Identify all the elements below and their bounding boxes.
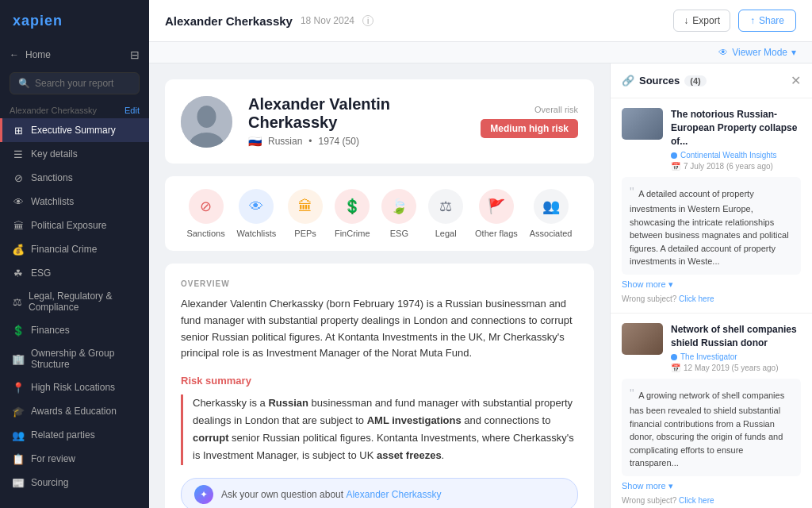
risk-icon-legal[interactable]: ⚖ Legal <box>428 189 463 238</box>
home-link[interactable]: ← Home ⊟ <box>0 42 149 67</box>
overall-risk-label: Overall risk <box>534 105 578 114</box>
source-thumbnail <box>622 108 663 140</box>
viewer-mode-label: Viewer Mode <box>732 47 787 58</box>
click-here-link[interactable]: Click here <box>679 496 714 505</box>
risk-icon-watchlists[interactable]: 👁 Watchlists <box>237 189 277 238</box>
sidebar-item-watchlists[interactable]: 👁 Watchlists <box>0 190 149 214</box>
risk-icons-row: ⊘ Sanctions 👁 Watchlists 🏛 PEPs 💲 FinCri… <box>181 189 578 238</box>
ai-icon: ✦ <box>194 485 213 504</box>
search-box[interactable]: 🔍 <box>10 72 140 94</box>
sources-title: 🔗 Sources (4) <box>622 75 707 87</box>
sidebar-item-ownership-group[interactable]: 🏢 Ownership & Group Structure <box>0 342 149 375</box>
sidebar-item-related-parties[interactable]: 👥 Related parties <box>0 423 149 447</box>
sidebar-item-finances[interactable]: 💲 Finances <box>0 318 149 342</box>
nationality: Russian <box>268 136 302 147</box>
sidebar-item-label: For review <box>31 453 75 464</box>
source-meta: The notorious Russian-European Property … <box>671 108 801 171</box>
sidebar-item-for-review[interactable]: 📋 For review <box>0 447 149 471</box>
risk-icon-associated[interactable]: 👥 Associated <box>530 189 573 238</box>
date-text: 7 July 2018 (6 years ago) <box>684 162 773 171</box>
provider-dot <box>671 354 677 360</box>
sidebar-item-label: Sourcing <box>31 477 68 488</box>
peps-icon-label: PEPs <box>294 229 316 238</box>
sidebar-item-key-details[interactable]: ☰ Key details <box>0 142 149 166</box>
nationality-flag-icon: 🇷🇺 <box>248 135 262 148</box>
chevron-down-icon: ▾ <box>668 481 673 491</box>
associated-icon-label: Associated <box>530 229 573 238</box>
sources-icon: 🔗 <box>622 75 634 87</box>
source-card: The notorious Russian-European Property … <box>622 108 801 171</box>
profile-card: Alexander Valentin Cherkassky 🇷🇺 Russian… <box>165 79 594 164</box>
ask-subject-link[interactable]: Alexander Cherkassky <box>346 489 441 500</box>
export-button[interactable]: ↓ Export <box>673 10 730 32</box>
legal-icon-label: Legal <box>435 229 457 238</box>
sidebar-item-financial-crime[interactable]: 💰 Financial Crime <box>0 237 149 261</box>
risk-icon-other-flags[interactable]: 🚩 Other flags <box>475 189 518 238</box>
click-here-link[interactable]: Click here <box>679 294 714 303</box>
award-icon: 🎓 <box>12 405 25 418</box>
sources-close-button[interactable]: ✕ <box>791 73 801 88</box>
sidebar-item-executive-summary[interactable]: ⊞ Executive Summary <box>0 118 149 142</box>
source-provider: Continental Wealth Insights <box>671 151 801 160</box>
wrong-subject-text: Wrong subject? Click here <box>622 496 801 505</box>
search-input[interactable] <box>35 78 131 89</box>
building-icon: 🏛 <box>12 219 25 232</box>
date-text: 12 May 2019 (5 years ago) <box>684 364 779 372</box>
risk-icon-esg[interactable]: 🍃 ESG <box>381 189 416 238</box>
risk-icon-peps[interactable]: 🏛 PEPs <box>288 189 323 238</box>
ask-question-bar[interactable]: ✦ Ask your own question about Alexander … <box>181 478 578 508</box>
eye-icon: 👁 <box>718 47 728 58</box>
home-icon: ← <box>10 49 19 60</box>
company-icon: 🏢 <box>12 352 25 365</box>
esg-icon-label: ESG <box>390 229 408 238</box>
chevron-down-icon: ▾ <box>668 279 673 290</box>
viewer-mode-toggle[interactable]: 👁 Viewer Mode ▾ <box>718 47 796 58</box>
risk-icon-fincrime[interactable]: 💲 FinCrime <box>335 189 370 238</box>
content-wrapper: Alexander Valentin Cherkassky 🇷🇺 Russian… <box>149 64 812 508</box>
sidebar-item-label: High Risk Locations <box>31 382 115 393</box>
peps-icon-circle: 🏛 <box>288 189 323 224</box>
edit-link[interactable]: Edit <box>124 106 140 115</box>
show-more-button[interactable]: Show more ▾ <box>622 481 801 491</box>
sidebar-item-sanctions[interactable]: ⊘ Sanctions <box>0 166 149 190</box>
money-icon: 💰 <box>12 243 25 256</box>
search-icon: 🔍 <box>18 78 30 89</box>
watchlists-icon-label: Watchlists <box>237 229 277 238</box>
sidebar-item-label: Key details <box>31 148 78 160</box>
risk-icon-sanctions[interactable]: ⊘ Sanctions <box>186 189 224 238</box>
risk-summary-text: Cherkassky is a Russian businessman and … <box>181 394 578 464</box>
sidebar-item-label: Ownership & Group Structure <box>31 348 140 370</box>
source-meta: Network of shell companies shield Russia… <box>671 323 801 373</box>
sidebar-item-label: Executive Summary <box>31 125 116 136</box>
risk-badge: Medium high risk <box>481 119 578 138</box>
sidebar-item-label: Political Exposure <box>31 220 106 231</box>
thumb-placeholder <box>622 323 663 355</box>
sidebar-item-sourcing[interactable]: 📰 Sourcing <box>0 471 149 495</box>
share-button[interactable]: ↑ Share <box>738 10 796 32</box>
profile-meta: 🇷🇺 Russian • 1974 (50) <box>248 135 465 148</box>
sidebar-item-legal-regulatory[interactable]: ⚖ Legal, Regulatory & Compliance <box>0 285 149 318</box>
report-date: 18 Nov 2024 <box>301 15 354 26</box>
source-thumbnail <box>622 323 663 355</box>
clipboard-icon: 📋 <box>12 452 25 465</box>
source-title: Network of shell companies shield Russia… <box>671 323 801 350</box>
source-title: The notorious Russian-European Property … <box>671 108 801 148</box>
sources-header: 🔗 Sources (4) ✕ <box>611 64 812 98</box>
share-icon: ↑ <box>750 15 755 26</box>
sidebar-item-awards-education[interactable]: 🎓 Awards & Education <box>0 399 149 423</box>
sidebar-item-political-exposure[interactable]: 🏛 Political Exposure <box>0 214 149 237</box>
sanctions-icon-circle: ⊘ <box>189 189 224 224</box>
topbar-left: Alexander Cherkassky 18 Nov 2024 i <box>165 14 373 28</box>
overview-section-label: OVERVIEW <box>181 279 578 288</box>
show-more-label: Show more <box>622 279 666 289</box>
sidebar-item-label: ESG <box>31 267 51 279</box>
sidebar-item-high-risk-locations[interactable]: 📍 High Risk Locations <box>0 375 149 399</box>
sidebar-item-esg[interactable]: ☘ ESG <box>0 261 149 285</box>
collapse-button[interactable]: ⊟ <box>130 48 140 61</box>
sidebar-item-label: Watchlists <box>31 196 74 207</box>
provider-name: The Investigator <box>680 352 737 361</box>
info-icon[interactable]: i <box>362 15 373 26</box>
profile-info: Alexander Valentin Cherkassky 🇷🇺 Russian… <box>248 95 465 148</box>
show-more-button[interactable]: Show more ▾ <box>622 279 801 290</box>
show-more-label: Show more <box>622 481 666 491</box>
